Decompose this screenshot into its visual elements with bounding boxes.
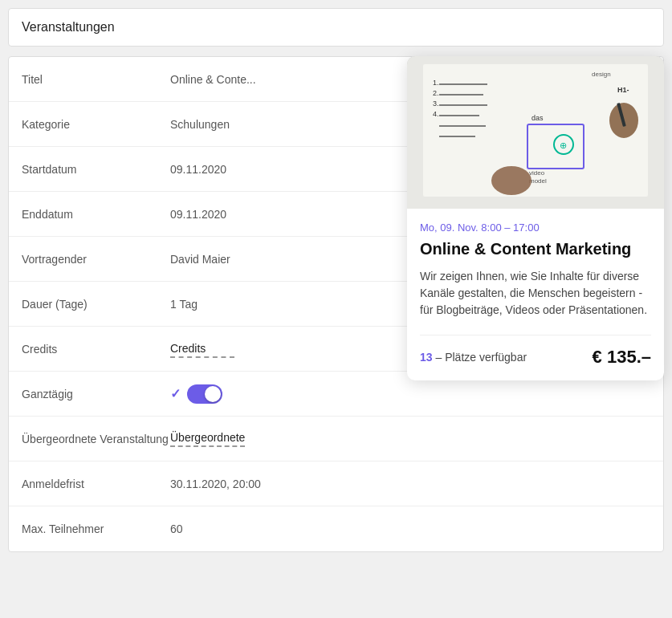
- svg-text:das: das: [531, 114, 544, 122]
- card-body: Mo, 09. Nov. 8:00 – 17:00 Online & Conte…: [407, 209, 664, 380]
- value-uebergeordnete[interactable]: Übergeordnete: [170, 431, 245, 447]
- card-date: Mo, 09. Nov. 8:00 – 17:00: [420, 222, 651, 234]
- main-content: Titel Online & Conte... Kategorie Schulu…: [8, 56, 664, 552]
- value-anmeldefrist: 30.11.2020, 20:00: [170, 478, 650, 490]
- row-uebergeordnete: Übergeordnete Veranstaltung Übergeordnet…: [9, 417, 663, 461]
- row-anmeldefrist: Anmeldefrist 30.11.2020, 20:00: [9, 461, 663, 506]
- label-startdatum: Startdatum: [22, 163, 170, 176]
- label-titel: Titel: [22, 73, 170, 86]
- label-anmeldefrist: Anmeldefrist: [22, 478, 170, 490]
- card-spots: 13 – Plätze verfügbar: [420, 351, 527, 364]
- svg-text:video: video: [529, 169, 545, 177]
- toggle-wrapper[interactable]: ✓: [170, 384, 222, 404]
- toggle-switch[interactable]: [187, 384, 222, 404]
- svg-text:4.: 4.: [433, 110, 439, 118]
- svg-point-20: [491, 166, 531, 195]
- credits-input-wrapper[interactable]: [170, 340, 234, 358]
- label-uebergeordnete: Übergeordnete Veranstaltung: [22, 433, 170, 445]
- svg-text:3.: 3.: [433, 100, 439, 108]
- page-title: Veranstaltungen: [22, 20, 115, 34]
- page-wrapper: Veranstaltungen Titel Online & Conte... …: [0, 0, 672, 560]
- event-card: 1. 2. 3. 4. ⊕ das video model design: [407, 56, 664, 380]
- svg-text:model: model: [529, 177, 547, 185]
- value-max-teilnehmer: 60: [170, 522, 650, 535]
- label-dauer: Dauer (Tage): [22, 298, 170, 311]
- toggle-check-icon: ✓: [170, 386, 181, 401]
- label-kategorie: Kategorie: [22, 118, 170, 131]
- label-enddatum: Enddatum: [22, 208, 170, 221]
- card-footer: 13 – Plätze verfügbar € 135.–: [420, 335, 651, 368]
- svg-text:1.: 1.: [433, 79, 439, 87]
- card-spots-label: – Plätze verfügbar: [435, 351, 527, 364]
- svg-text:H1-: H1-: [617, 86, 629, 94]
- label-ganztaegig: Ganztägig: [22, 388, 170, 400]
- card-spots-count: 13: [420, 351, 433, 364]
- svg-text:design: design: [592, 71, 611, 78]
- card-title: Online & Content Marketing: [420, 240, 651, 258]
- row-max-teilnehmer: Max. Teilnehmer 60: [9, 506, 663, 551]
- svg-text:⊕: ⊕: [560, 140, 567, 150]
- card-price: € 135.–: [593, 347, 651, 368]
- header-bar: Veranstaltungen: [8, 8, 664, 47]
- label-credits: Credits: [22, 343, 170, 356]
- label-vortragender: Vortragender: [22, 253, 170, 266]
- credits-input[interactable]: [170, 340, 234, 358]
- card-description: Wir zeigen Ihnen, wie Sie Inhalte für di…: [420, 268, 651, 319]
- card-image: 1. 2. 3. 4. ⊕ das video model design: [407, 56, 664, 209]
- svg-text:2.: 2.: [433, 89, 439, 97]
- label-max-teilnehmer: Max. Teilnehmer: [22, 522, 170, 535]
